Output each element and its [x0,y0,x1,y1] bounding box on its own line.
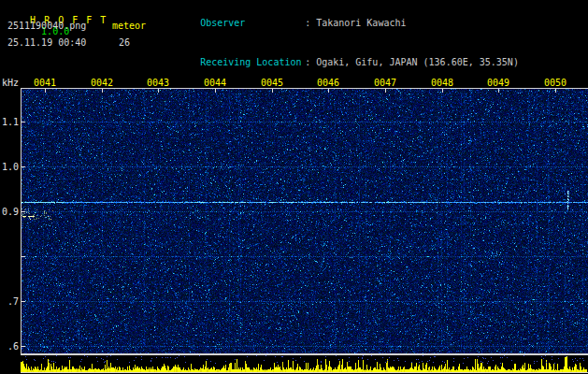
spectrogram-canvas [22,89,588,353]
count-value: 26 [119,37,130,49]
frequency-tick-label: 1.0 [0,162,19,173]
capture-datetime: 25.11.19 00:40 [7,37,86,49]
info-value: : Takanori Kawachi [305,18,406,28]
frequency-tick-label: 1.1 [0,117,19,128]
mode-label: meteor [112,21,146,32]
frequency-tick-label: 0.9 [0,207,19,218]
hrofft-window: H R O F F T 1.0.0 2511190040.png meteor … [0,0,588,374]
frequency-unit-label: kHz [2,78,19,89]
capture-filename: 2511190040.png [7,21,86,32]
frequency-tick-label: .7 [0,296,19,308]
info-label: Receiving Location [200,56,305,69]
info-value: : Ogaki, Gifu, JAPAN (136.60E, 35.35N) [305,57,519,67]
info-row: Receiving Location: Ogaki, Gifu, JAPAN (… [166,43,519,82]
info-label: Observer [200,17,305,30]
datetime-line: 25.11.19 00:40 26 [0,37,166,82]
info-row: Observer: Takanori Kawachi [166,4,519,43]
frequency-tick-label: .6 [0,341,19,352]
signal-level-frame [21,354,588,373]
signal-level-canvas [21,355,587,372]
spectrogram-frame [21,88,588,354]
